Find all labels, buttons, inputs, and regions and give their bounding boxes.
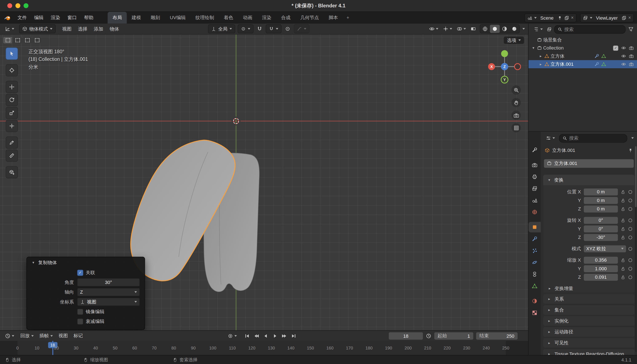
- current-frame-field[interactable]: 18: [389, 332, 423, 340]
- workspace-tab-UV编辑[interactable]: UV编辑: [165, 12, 190, 24]
- properties-tab-data[interactable]: [528, 281, 541, 291]
- viewport-menu-添加[interactable]: 添加: [90, 26, 106, 32]
- properties-tab-constraints[interactable]: [528, 269, 541, 280]
- viewport-menu-视图[interactable]: 视图: [59, 26, 75, 32]
- outliner-search-input[interactable]: 搜索: [554, 25, 626, 34]
- transport-prevkey-button[interactable]: [252, 332, 260, 340]
- transport-nextkey-button[interactable]: [280, 332, 288, 340]
- menu-渲染[interactable]: 渲染: [47, 12, 64, 24]
- workspace-tab-渲染[interactable]: 渲染: [257, 12, 276, 24]
- transform-delta-subpanel[interactable]: ▸ 变换增量: [543, 284, 635, 292]
- tool-rotate[interactable]: [6, 94, 18, 106]
- outliner-row-立方体[interactable]: ▸立方体: [528, 52, 637, 60]
- section-关系[interactable]: ▸关系: [543, 294, 635, 304]
- snapping-dropdown[interactable]: [266, 24, 282, 33]
- expand-icon[interactable]: ▸: [538, 62, 543, 66]
- editor-type-button[interactable]: [3, 26, 16, 32]
- properties-tab-render[interactable]: [528, 160, 541, 170]
- properties-tab-object[interactable]: [528, 222, 541, 232]
- filter-icon[interactable]: [628, 26, 634, 32]
- properties-tab-texture[interactable]: [528, 308, 541, 318]
- tool-transform[interactable]: [6, 120, 18, 132]
- pivot-point-dropdown[interactable]: [238, 24, 254, 33]
- object-name-field[interactable]: 立方体.001: [544, 159, 634, 168]
- properties-tab-output[interactable]: [528, 172, 541, 182]
- add-workspace-button[interactable]: +: [343, 12, 353, 24]
- section-实例化[interactable]: ▸实例化: [543, 316, 635, 326]
- shading-rendered-button[interactable]: [509, 25, 519, 33]
- remove-view-layer-button[interactable]: ×: [628, 16, 631, 20]
- toggle-xray-button[interactable]: [470, 26, 477, 32]
- rotation-mode-select[interactable]: XYZ 欧拉: [584, 245, 626, 252]
- scene-name[interactable]: Scene: [539, 15, 555, 20]
- animate-dot[interactable]: [628, 275, 632, 279]
- collapse-icon[interactable]: ▾: [531, 46, 536, 50]
- workspace-tab-合成[interactable]: 合成: [276, 12, 295, 24]
- properties-tab-modifiers[interactable]: [528, 234, 541, 244]
- display-mode-icon[interactable]: [547, 27, 552, 32]
- tool-move[interactable]: [6, 81, 18, 93]
- properties-options-chevron[interactable]: [631, 137, 634, 139]
- menu-文件[interactable]: 文件: [14, 12, 30, 24]
- timeline-ruler[interactable]: 18 0102030405060708090100110120130140150…: [0, 341, 528, 355]
- workspace-tab-雕刻[interactable]: 雕刻: [146, 12, 165, 24]
- collection-checkbox[interactable]: [613, 45, 618, 50]
- menu-帮助[interactable]: 帮助: [80, 12, 97, 24]
- record-icon[interactable]: [228, 333, 233, 338]
- snap-toggle-button[interactable]: [256, 26, 263, 32]
- workspace-tab-着色[interactable]: 着色: [219, 12, 238, 24]
- properties-tab-view-layer[interactable]: [528, 183, 541, 194]
- select-坐标系[interactable]: 视图: [77, 298, 140, 306]
- section-Tissue Texture Reaction-Diffusion[interactable]: ▸Tissue Texture Reaction-Diffusion: [543, 349, 635, 355]
- blender-logo-icon[interactable]: [4, 14, 12, 21]
- timeline-menu-插帧[interactable]: 插帧: [37, 333, 56, 339]
- animate-dot[interactable]: [628, 267, 632, 270]
- outliner-row-Collection[interactable]: ▾Collection: [528, 44, 637, 52]
- viewport-options-dropdown[interactable]: 选项: [504, 37, 524, 44]
- workspace-tab-建模[interactable]: 建模: [127, 12, 146, 24]
- navigation-gizmo[interactable]: X Y Z: [486, 48, 523, 85]
- select-mode-intersect-button[interactable]: [32, 37, 41, 44]
- animate-dot[interactable]: [628, 258, 632, 262]
- view-layer-name[interactable]: ViewLayer: [594, 15, 620, 20]
- falloff-dropdown[interactable]: [294, 24, 310, 33]
- timeline-menu-回放[interactable]: 回放: [18, 333, 37, 339]
- transform-orientation-dropdown[interactable]: 全局: [208, 24, 235, 33]
- tool-annotate[interactable]: [6, 136, 18, 149]
- outliner-row-场景集合[interactable]: 场景集合: [528, 36, 637, 44]
- outliner-editor-type-button[interactable]: [532, 26, 544, 32]
- checkbox[interactable]: [77, 308, 83, 315]
- workspace-tab-纹理绘制[interactable]: 纹理绘制: [190, 12, 219, 24]
- timeline-editor-type-button[interactable]: [3, 333, 16, 338]
- workspace-tab-布局[interactable]: 布局: [108, 12, 127, 24]
- properties-search-input[interactable]: 搜索: [559, 134, 627, 142]
- number-field[interactable]: 1.000: [584, 265, 618, 272]
- number-field[interactable]: -30°: [584, 234, 618, 241]
- checkbox-row-衰减编辑[interactable]: 衰减编辑: [77, 318, 140, 324]
- menu-窗口[interactable]: 窗口: [64, 12, 80, 24]
- number-field[interactable]: 0 m: [584, 197, 618, 204]
- show-overlays-toggle[interactable]: [456, 26, 467, 32]
- workspace-tab-几何节点[interactable]: 几何节点: [295, 12, 324, 24]
- nav-zoom-button[interactable]: [512, 85, 521, 94]
- frame-start-field[interactable]: 起始 1: [434, 332, 473, 340]
- shading-material-button[interactable]: [500, 25, 509, 33]
- axis-y-neg-handle[interactable]: [501, 50, 508, 57]
- properties-tab-tool[interactable]: [528, 145, 541, 155]
- mode-dropdown[interactable]: 物体模式: [19, 24, 56, 33]
- checkbox-row-镜像编辑[interactable]: 镜像编辑: [77, 308, 140, 315]
- animate-dot[interactable]: [628, 236, 632, 239]
- shading-options-chevron[interactable]: [522, 28, 525, 30]
- pin-icon[interactable]: [557, 15, 562, 20]
- nav-toggle-camera-view-button[interactable]: [512, 110, 521, 120]
- tool-add-cube[interactable]: [6, 166, 18, 178]
- object-type-visibility-dropdown[interactable]: [428, 26, 439, 32]
- new-scene-icon[interactable]: [564, 15, 569, 20]
- breadcrumb-object-name[interactable]: 立方体.001: [552, 147, 575, 153]
- properties-tab-particles[interactable]: [528, 246, 541, 256]
- workspace-tab-脚本[interactable]: 脚本: [324, 12, 343, 24]
- value-field-角度[interactable]: 30°: [77, 278, 140, 286]
- new-view-layer-icon[interactable]: [622, 15, 626, 20]
- shading-solid-button[interactable]: [490, 25, 500, 33]
- tool-cursor[interactable]: [6, 64, 18, 76]
